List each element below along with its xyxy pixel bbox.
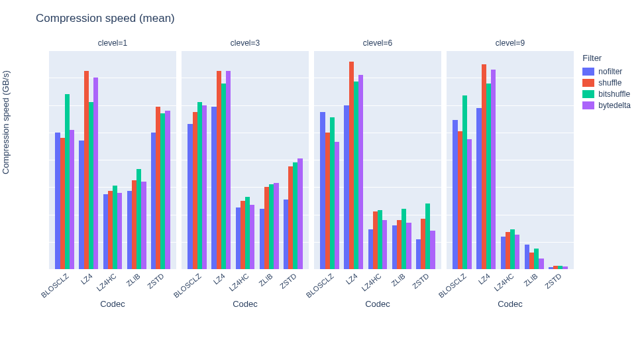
x-tick-label: LZ4HC <box>95 272 117 293</box>
x-axis-label: Codec <box>314 299 441 309</box>
bar[interactable] <box>373 211 378 269</box>
bar[interactable] <box>260 209 264 269</box>
bar[interactable] <box>156 107 160 269</box>
bar[interactable] <box>84 71 89 269</box>
x-tick-label: ZLIB <box>257 272 274 288</box>
bar[interactable] <box>525 245 529 269</box>
bar[interactable] <box>165 111 170 269</box>
bar[interactable] <box>382 220 387 269</box>
bar[interactable] <box>211 107 216 269</box>
bar[interactable] <box>344 105 349 270</box>
bar[interactable] <box>55 133 60 269</box>
bar[interactable] <box>293 162 297 269</box>
bars-layer <box>447 50 574 269</box>
bar[interactable] <box>193 112 197 269</box>
bar[interactable] <box>467 139 472 269</box>
x-axis-label: Codec <box>447 299 574 309</box>
bar[interactable] <box>325 133 330 269</box>
x-tick-label: ZSTD <box>543 272 563 290</box>
bar[interactable] <box>397 220 402 269</box>
bar[interactable] <box>491 70 496 269</box>
bar[interactable] <box>486 84 491 270</box>
bar[interactable] <box>354 82 358 269</box>
facet-title: clevel=3 <box>182 38 309 48</box>
bar[interactable] <box>269 184 274 269</box>
legend-item[interactable]: bitshuffle <box>582 89 631 99</box>
legend: Filter nofiltershufflebitshufflebytedelt… <box>582 53 631 112</box>
x-tick-label: ZLIB <box>390 272 407 288</box>
bar[interactable] <box>378 210 382 269</box>
bar[interactable] <box>462 95 467 269</box>
bar[interactable] <box>416 239 421 269</box>
bar[interactable] <box>127 191 132 269</box>
bar[interactable] <box>241 201 245 269</box>
bar[interactable] <box>330 117 335 269</box>
bar[interactable] <box>79 141 83 269</box>
bar[interactable] <box>539 259 543 270</box>
bar[interactable] <box>221 84 226 270</box>
bar[interactable] <box>103 194 108 269</box>
bar[interactable] <box>93 78 98 269</box>
legend-item[interactable]: shuffle <box>582 78 631 87</box>
bar[interactable] <box>89 102 93 269</box>
bar[interactable] <box>458 131 462 269</box>
bar[interactable] <box>284 200 288 269</box>
x-tick-label: LZ4 <box>211 272 226 286</box>
bar[interactable] <box>65 94 70 269</box>
bar[interactable] <box>421 219 425 269</box>
bar[interactable] <box>108 191 113 269</box>
bar[interactable] <box>202 105 207 270</box>
bar[interactable] <box>515 235 519 269</box>
bar[interactable] <box>188 124 192 269</box>
bar[interactable] <box>392 225 397 269</box>
bar[interactable] <box>226 71 231 269</box>
bar[interactable] <box>264 187 269 269</box>
bar[interactable] <box>482 64 486 269</box>
bar[interactable] <box>141 182 146 269</box>
bar[interactable] <box>358 75 363 269</box>
bars-layer <box>182 50 309 269</box>
bar[interactable] <box>368 229 373 269</box>
bar[interactable] <box>274 183 278 269</box>
bar[interactable] <box>425 203 430 269</box>
bar[interactable] <box>136 169 141 269</box>
bar[interactable] <box>349 62 354 270</box>
bar[interactable] <box>476 108 481 269</box>
legend-item[interactable]: bytedelta <box>582 101 631 110</box>
bar[interactable] <box>335 142 339 269</box>
bar[interactable] <box>453 120 457 269</box>
x-tick-label: BLOSCLZ <box>304 272 335 299</box>
bar[interactable] <box>217 71 221 269</box>
legend-item[interactable]: nofilter <box>582 67 631 76</box>
bar[interactable] <box>236 207 241 269</box>
bar[interactable] <box>510 229 515 269</box>
bar[interactable] <box>534 249 539 269</box>
facet: clevel=6BLOSCLZLZ4LZ4HCZLIBZSTDCodec <box>314 38 441 309</box>
facet-title: clevel=1 <box>49 38 176 48</box>
bar[interactable] <box>117 193 122 270</box>
bar[interactable] <box>406 223 411 269</box>
bar[interactable] <box>288 166 293 269</box>
bar[interactable] <box>70 130 74 269</box>
bar[interactable] <box>151 133 156 269</box>
bar[interactable] <box>297 158 302 269</box>
bar[interactable] <box>529 253 534 269</box>
bar[interactable] <box>430 231 435 269</box>
bar[interactable] <box>160 113 165 269</box>
x-tick-row: BLOSCLZLZ4LZ4HCZLIBZSTD <box>447 269 574 297</box>
bar[interactable] <box>320 112 325 269</box>
bar[interactable] <box>113 186 117 269</box>
bar[interactable] <box>60 138 65 269</box>
bar[interactable] <box>197 102 202 269</box>
bar[interactable] <box>506 232 510 269</box>
bar[interactable] <box>402 209 406 269</box>
bar[interactable] <box>132 180 136 269</box>
bar[interactable] <box>245 197 250 269</box>
bar[interactable] <box>250 205 254 269</box>
plot-area <box>182 50 309 269</box>
legend-items: nofiltershufflebitshufflebytedelta <box>582 67 631 110</box>
x-tick-label: ZLIB <box>125 272 142 288</box>
legend-swatch-icon <box>582 79 594 87</box>
bar[interactable] <box>501 237 506 270</box>
facet: clevel=9BLOSCLZLZ4LZ4HCZLIBZSTDCodec <box>447 38 574 309</box>
